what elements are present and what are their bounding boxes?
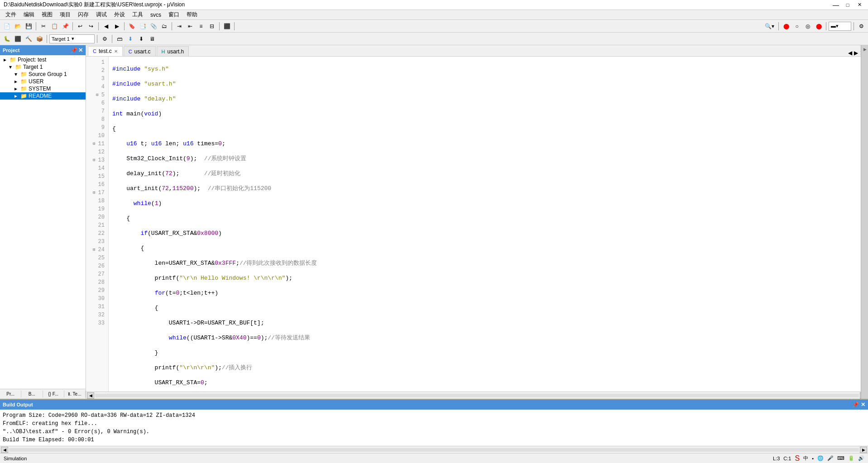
fold-13[interactable]: ⊟ [92,158,96,162]
tab-usart-h[interactable]: H usart.h [157,46,189,56]
bookmark-button[interactable]: 🔖 [127,21,137,31]
maximize-button[interactable]: □ [843,1,853,9]
settings-button[interactable]: ⚙ [856,21,866,31]
build-scroll-track[interactable] [9,448,859,452]
project-pin-icon[interactable]: 📌 [71,47,77,53]
debug-btn4[interactable]: ⬤ [814,21,824,31]
tree-readme[interactable]: ▸ 📁 README [0,92,86,100]
target-label: Target 1 [23,64,43,70]
menu-window[interactable]: 窗口 [165,10,183,19]
project-tabs: Pr... B... {} F... Ⅱ. Te... [0,389,86,399]
copy-button[interactable]: 📋 [49,21,59,31]
scroll-left-button[interactable]: ◀ [87,392,94,399]
build-btn[interactable]: 🔨 [24,34,34,44]
proj-tab-templates[interactable]: Ⅱ. Te... [64,391,86,397]
debug-btn2[interactable]: ○ [792,21,802,31]
menu-peripheral[interactable]: 外设 [110,10,129,19]
tab-scroll-left[interactable]: ◀ [848,50,852,56]
fold-5[interactable]: ⊟ [95,93,100,97]
close-button[interactable]: ✕ [854,1,864,9]
code-content[interactable]: #include "sys.h" #include "usart.h" #inc… [109,57,868,391]
debug-btn1[interactable]: ⬤ [781,21,791,31]
build-scroll-left[interactable]: ◀ [1,447,8,453]
build-scroll-right[interactable]: ▶ [860,447,867,453]
code-editor[interactable]: 1 2 3 4 ⊟5 6 7 8 9 10 ⊟11 12 ⊟13 14 15 1… [86,57,868,391]
menu-help[interactable]: 帮助 [183,10,201,19]
undo-button[interactable]: ↩ [75,21,85,31]
fold-11[interactable]: ⊟ [92,142,96,146]
debug-btn3[interactable]: ◎ [803,21,813,31]
indent-button[interactable]: ⇥ [174,21,184,31]
save-button[interactable]: 💾 [24,21,34,31]
download2-btn[interactable]: ⬇ [136,34,146,44]
build2-btn[interactable]: 📦 [34,34,44,44]
menu-tools[interactable]: 工具 [129,10,147,19]
linenum-30: 30 [86,295,108,303]
right-panel-toggle[interactable]: ▶ [861,45,868,399]
sep12 [97,35,97,43]
tree-project-root[interactable]: ▸ 📁 Project: test [0,56,86,63]
redo-button[interactable]: ↪ [86,21,96,31]
code-line-6: u16 t; u16 len; u16 times=0; [112,140,864,148]
target-options-btn[interactable]: ⚙ [100,34,110,44]
nav-back-button[interactable]: ◀ [101,21,111,31]
tree-system[interactable]: ▸ 📁 SYSTEM [0,85,86,92]
unindent-button[interactable]: ⇤ [185,21,195,31]
paste-button[interactable]: 📌 [60,21,70,31]
user-label: USER [29,78,43,85]
insert-button[interactable]: ⬛ [222,21,232,31]
bookmark3-button[interactable]: 📎 [149,21,158,31]
manage-btn[interactable]: 🗃 [115,34,125,44]
linenum-21: 21 [86,221,108,229]
tree-target1[interactable]: ▾ 📁 Target 1 [0,63,86,71]
proj-tab-books[interactable]: B... [21,391,43,397]
menu-flash[interactable]: 闪存 [74,10,92,19]
proj-tab-project[interactable]: Pr... [0,391,21,397]
build-scroll[interactable]: ◀ ▶ [0,446,868,453]
tab-test-c-close[interactable]: ✕ [114,49,118,54]
tab-usart-c[interactable]: C usart.c [124,46,156,56]
stop-button[interactable]: ⬛ [13,34,23,44]
menu-file[interactable]: 文件 [2,10,20,19]
view-dropdown[interactable]: ▬▾ [829,22,851,31]
bookmark4-button[interactable]: 🗂 [159,21,169,31]
sep8 [778,22,779,30]
search-dropdown[interactable]: 🔍▾ [762,21,776,31]
project-close-icon[interactable]: ✕ [78,47,83,53]
menu-view[interactable]: 视图 [38,10,56,19]
open-button[interactable]: 📂 [13,21,23,31]
expand-icon: ▾ [7,64,14,70]
menu-debug[interactable]: 调试 [92,10,110,19]
linenum-23: 23 [86,238,108,246]
status-right: L:3 C:1 S 中 • 🌐 🎤 ⌨ 🔋 🔊 [773,454,864,463]
menu-project[interactable]: 项目 [56,10,74,19]
target-dropdown[interactable]: Target 1 ▾ [49,34,95,43]
tab-test-c[interactable]: C test.c ✕ [88,46,123,56]
cpu-btn[interactable]: 🖥 [147,34,157,44]
nav-fwd-button[interactable]: ▶ [112,21,122,31]
minimize-button[interactable]: — [831,1,841,9]
menu-edit[interactable]: 编辑 [20,10,38,19]
build-output-pin[interactable]: 📌 [852,401,859,408]
cut-button[interactable]: ✂ [38,21,48,31]
debug-toolbar-btn[interactable]: 🐛 [2,34,12,44]
project-icon: ▸ [2,57,8,63]
fold-17[interactable]: ⊟ [92,191,96,195]
format-button[interactable]: ≡ [196,21,206,31]
fold-24[interactable]: ⊟ [92,248,96,252]
bookmark2-button[interactable]: 📑 [138,21,148,31]
scroll-track[interactable] [95,394,859,397]
new-file-button[interactable]: 📄 [2,21,12,31]
tree-user[interactable]: ▸ 📁 USER [0,78,86,85]
tree-source-group[interactable]: ▾ 📁 Source Group 1 [0,71,86,78]
readme-folder-icon: 📁 [20,93,27,99]
code-line-8: delay_init(72); //延时初始化 [112,170,864,178]
build-output-close[interactable]: ✕ [861,401,865,408]
proj-tab-functions[interactable]: {} F... [43,391,64,397]
horizontal-scrollbar[interactable]: ◀ ▶ [86,391,868,399]
download-btn[interactable]: ⬇ [125,34,135,44]
linenum-11: ⊟11 [86,140,108,148]
tab-scroll-right[interactable]: ▶ [854,50,858,56]
menu-svcs[interactable]: svcs [147,11,165,19]
format2-button[interactable]: ⊟ [207,21,217,31]
